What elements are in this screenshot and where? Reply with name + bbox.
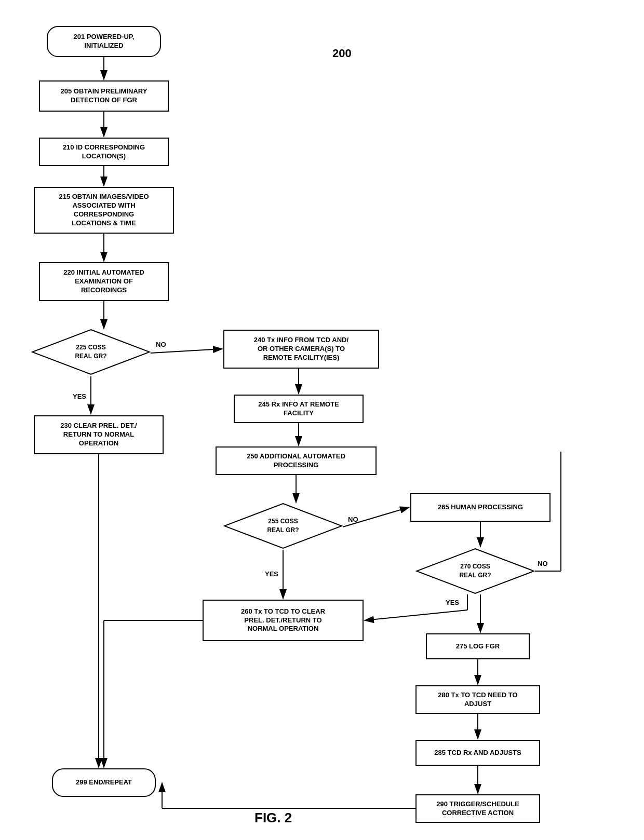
node-210: 210 ID CORRESPONDING LOCATION(S) (39, 138, 169, 166)
svg-text:YES: YES (265, 570, 278, 578)
node-270-diamond: 270 COSS REAL GR? (415, 548, 535, 594)
node-280: 280 Tx TO TCD NEED TO ADJUST (415, 685, 540, 714)
svg-text:225 COSS: 225 COSS (76, 344, 105, 351)
node-230: 230 CLEAR PREL. DET./ RETURN TO NORMAL O… (34, 415, 164, 454)
node-285: 285 TCD Rx AND ADJUSTS (415, 740, 540, 766)
node-240: 240 Tx INFO FROM TCD AND/ OR OTHER CAMER… (223, 330, 379, 369)
node-275: 275 LOG FGR (426, 633, 530, 659)
diagram-label-200: 200 (332, 47, 352, 60)
svg-text:REAL GR?: REAL GR? (267, 526, 299, 534)
svg-text:YES: YES (73, 392, 86, 400)
node-250: 250 ADDITIONAL AUTOMATED PROCESSING (216, 446, 377, 475)
node-220: 220 INITIAL AUTOMATED EXAMINATION OF REC… (39, 262, 169, 301)
node-201: 201 POWERED-UP, INITIALIZED (47, 26, 161, 57)
svg-text:REAL GR?: REAL GR? (459, 572, 491, 579)
diagram-container: YES NO YES NO YES NO (0, 0, 644, 840)
svg-line-19 (365, 610, 467, 620)
node-260: 260 Tx TO TCD TO CLEAR PREL. DET./RETURN… (203, 600, 364, 641)
node-290: 290 TRIGGER/SCHEDULE CORRECTIVE ACTION (415, 794, 540, 823)
svg-text:REAL GR?: REAL GR? (75, 353, 106, 360)
node-205: 205 OBTAIN PRELIMINARY DETECTION OF FGR (39, 80, 169, 112)
svg-text:NO: NO (156, 341, 166, 348)
node-225-diamond: 225 COSS REAL GR? (31, 329, 151, 375)
svg-text:255 COSS: 255 COSS (268, 518, 298, 525)
svg-text:NO: NO (348, 516, 358, 523)
node-255-diamond: 255 COSS REAL GR? (223, 503, 343, 549)
svg-text:270 COSS: 270 COSS (460, 563, 490, 570)
svg-marker-33 (32, 330, 150, 374)
node-299: 299 END/REPEAT (52, 768, 156, 797)
svg-text:NO: NO (538, 560, 548, 567)
svg-marker-36 (224, 504, 342, 548)
node-245: 245 Rx INFO AT REMOTE FACILITY (234, 395, 364, 423)
svg-line-8 (151, 349, 222, 353)
svg-marker-39 (417, 549, 534, 593)
node-215: 215 OBTAIN IMAGES/VIDEO ASSOCIATED WITH … (34, 187, 174, 234)
svg-line-15 (343, 507, 409, 527)
figure-label: FIG. 2 (254, 810, 292, 826)
svg-text:YES: YES (446, 599, 459, 606)
node-265: 265 HUMAN PROCESSING (410, 493, 551, 522)
